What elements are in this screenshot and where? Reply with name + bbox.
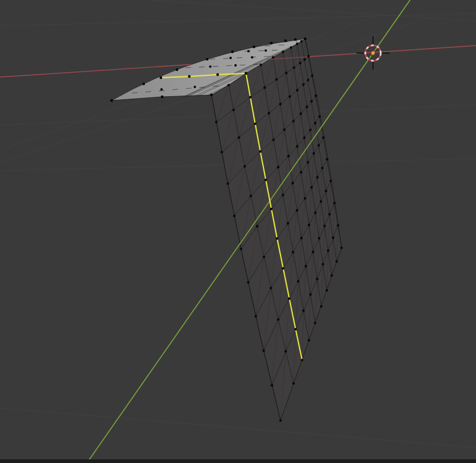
viewport-3d[interactable] bbox=[0, 0, 476, 463]
viewport-canvas[interactable] bbox=[0, 0, 476, 463]
bottom-editor-divider bbox=[0, 459, 476, 463]
